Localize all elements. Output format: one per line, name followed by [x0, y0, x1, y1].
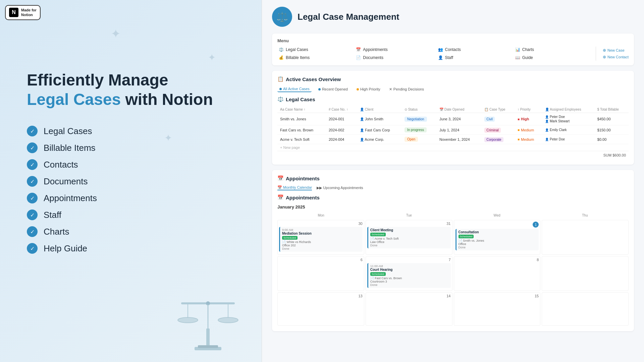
cell-billable: $0.00 [595, 135, 629, 144]
menu-actions: New Case New Contact [596, 47, 629, 61]
col-case-name: Aa Case Name ↑ [277, 106, 326, 113]
calendar-month: January 2025 [277, 204, 629, 209]
feature-label-appointments: Appointments [44, 193, 97, 203]
notion-badge: N Made for Notion [5, 5, 41, 20]
staff-icon: 👤 [438, 55, 443, 60]
apt-time: 9:00 AM [282, 228, 361, 232]
contacts-icon: 👥 [438, 47, 443, 52]
check-icon-documents: ✓ [27, 176, 38, 187]
calendar-cell: 13 [277, 292, 364, 326]
feature-item-documents: ✓ Documents [27, 176, 235, 187]
apt-detail2: Law Office [370, 240, 449, 244]
menu-item-staff[interactable]: 👤 Staff [437, 55, 512, 61]
apt-name: Client Meeting [370, 228, 449, 232]
hero-title-line2: Legal Cases with Notion [27, 90, 235, 109]
menu-label: Menu [277, 38, 629, 43]
apt-status: Done [459, 246, 537, 249]
calendar-cell [542, 220, 629, 255]
cell-employees: Peter DoeMark Stewart [542, 113, 595, 125]
legal-cases-icon: ⚖️ [279, 47, 284, 52]
apt-time: 11:00 AM [370, 264, 449, 268]
feature-label-contacts: Contacts [44, 160, 78, 170]
cal-date-highlight: 1 [533, 222, 539, 228]
filter-pending[interactable]: ✕ Pending Decisions [387, 86, 426, 92]
feature-item-help-guide: ✓ Help Guide [27, 243, 235, 254]
col-client: 👤 Client [357, 106, 402, 113]
menu-item-guide[interactable]: 📖 Guide [514, 55, 589, 61]
feature-item-contacts: ✓ Contacts [27, 159, 235, 170]
check-icon-help-guide: ✓ [27, 243, 38, 254]
apt-filter-upcoming[interactable]: ▶▶ Upcoming Appointments [317, 185, 363, 190]
cell-billable: $150.00 [595, 125, 629, 135]
filter-dot-2 [318, 88, 321, 90]
apt-badge: Scheduled [370, 233, 386, 236]
feature-item-staff: ✓ Staff [27, 209, 235, 220]
col-status: ⊙ Status [402, 106, 437, 113]
apt-detail2: Office 202 [282, 244, 361, 247]
feature-item-charts: ✓ Charts [27, 226, 235, 237]
table-row: Fast Cars vs. Brown 2024-002 👤 Fast Cars… [277, 125, 629, 135]
table-header-row: Aa Case Name ↑ # Case No. ↑ 👤 Client ⊙ S… [277, 106, 629, 113]
cell-case-name: Fast Cars vs. Brown [277, 125, 326, 135]
col-priority: ↑ Priority [515, 106, 542, 113]
right-panel[interactable]: ⚖️ Legal Case Management Menu ⚖️ Legal C… [262, 0, 644, 362]
cases-table: Aa Case Name ↑ # Case No. ↑ 👤 Client ⊙ S… [277, 106, 629, 144]
filter-x-icon: ✕ [389, 87, 392, 92]
cal-date: 14 [367, 294, 451, 298]
apt-detail2: Office [459, 242, 537, 246]
cal-date: 31 [367, 222, 451, 226]
appointments-icon: 📅 [356, 47, 361, 52]
filter-recent[interactable]: Recent Opened [316, 86, 350, 92]
menu-item-billable[interactable]: 💰 Billable Items [277, 55, 353, 61]
apt-cal-icon: 📅 [277, 194, 284, 200]
day-header-mon: Mon [277, 212, 365, 219]
menu-item-charts[interactable]: 📊 Charts [514, 47, 589, 53]
appointments-section: 📅 Appointments 📅 Monthly Calendar ▶▶ Upc… [272, 170, 634, 331]
cell-employees: Peter Doe [542, 135, 595, 144]
new-page-button[interactable]: + New page [277, 144, 303, 151]
col-employees: 👤 Assigned Employees [542, 106, 595, 113]
decorative-star-1: ✦ [111, 27, 121, 41]
cal-date: 13 [279, 294, 363, 298]
cell-priority: Medium [515, 125, 542, 135]
check-icon-appointments: ✓ [27, 193, 38, 203]
check-icon-staff: ✓ [27, 209, 38, 220]
cell-priority: Medium [515, 135, 542, 144]
legal-cases-table-title: ⚖️ Legal Cases [277, 96, 629, 102]
app-icon: ⚖️ [272, 7, 292, 27]
feature-label-charts: Charts [44, 227, 69, 237]
documents-icon: 📄 [356, 55, 361, 60]
table-row: Acme v. Tech Soft 2024-004 👤 Acme Corp. … [277, 135, 629, 144]
menu-grid: ⚖️ Legal Cases 📅 Appointments 💰 Billable… [277, 47, 430, 61]
day-header-thu: Thu [541, 212, 629, 219]
apt-filter-row: 📅 Monthly Calendar ▶▶ Upcoming Appointme… [277, 185, 629, 190]
check-icon-contacts: ✓ [27, 159, 38, 170]
apt-filter-monthly[interactable]: 📅 Monthly Calendar [277, 185, 312, 190]
appointments-section-icon: 📅 [277, 175, 284, 181]
day-header-wed: Wed [453, 212, 541, 219]
new-contact-button[interactable]: New Contact [603, 55, 629, 59]
filter-high-priority[interactable]: High Priority [355, 86, 382, 92]
menu-section: Menu ⚖️ Legal Cases 📅 Appointments 💰 Bil… [272, 34, 634, 65]
calendar-cell: 14 [366, 292, 452, 326]
calendar-cell: 30 9:00 AM Mediation Session Scheduled 📄… [277, 220, 364, 255]
menu-item-legal-cases[interactable]: ⚖️ Legal Cases [277, 47, 353, 53]
cal-date: 6 [279, 258, 363, 262]
filter-all-active[interactable]: All Active Cases [277, 86, 312, 92]
new-case-button[interactable]: New Case [603, 48, 629, 53]
day-header-tue: Tue [365, 212, 452, 219]
menu-item-appointments[interactable]: 📅 Appointments [355, 47, 430, 53]
cell-billable: $450.00 [595, 113, 629, 125]
feature-item-billable-items: ✓ Billable Items [27, 142, 235, 153]
calendar-cell: 8 [454, 256, 541, 291]
total-row: SUM $600.00 [277, 151, 629, 159]
calendar-grid: 30 9:00 AM Mediation Session Scheduled 📄… [277, 220, 629, 326]
menu-item-documents[interactable]: 📄 Documents [355, 55, 430, 61]
menu-item-contacts[interactable]: 👥 Contacts [437, 47, 512, 53]
feature-label-billable-items: Billable Items [44, 143, 96, 153]
apt-badge: Scheduled [282, 236, 298, 240]
guide-icon: 📖 [515, 55, 520, 60]
apt-card: Consultation Scheduled 📄 Smith vs. Jones… [455, 229, 539, 250]
col-case-no: # Case No. ↑ [326, 106, 357, 113]
active-cases-section-icon: 📋 [277, 76, 284, 82]
